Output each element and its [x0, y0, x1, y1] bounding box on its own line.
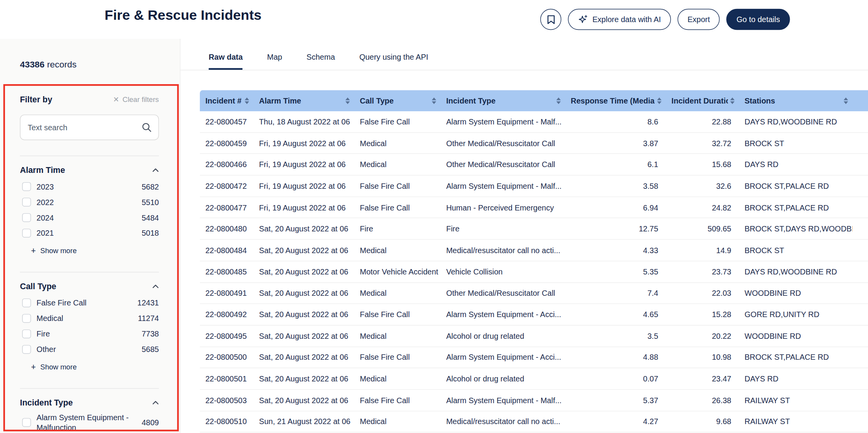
cell-overflow: [853, 176, 868, 197]
cell-stations: WOODBINE RD: [739, 326, 853, 347]
column-label: Call Type: [360, 97, 394, 105]
cell-overflow: [853, 326, 868, 347]
filter-option-2023[interactable]: 2023 5682: [20, 179, 159, 194]
cell-response-time-median: 5.37: [565, 390, 666, 411]
show-more-button[interactable]: + Show more: [31, 244, 77, 256]
tab-map[interactable]: Map: [267, 53, 282, 70]
bookmark-button[interactable]: [540, 9, 561, 30]
tab-label: Raw data: [209, 53, 243, 62]
filter-option-2022[interactable]: 2022 5510: [20, 194, 159, 210]
column-header-incident: Incident #: [200, 90, 254, 111]
app-root: Fire & Rescue Incidents Explore data wit…: [0, 0, 868, 433]
explore-ai-button[interactable]: Explore data with AI: [568, 9, 671, 30]
sort-icon[interactable]: [345, 97, 350, 104]
cell-call-type: False Fire Call: [354, 347, 441, 368]
cell-incident-duration: 24.82: [666, 197, 739, 218]
cell-incident-duration: 22.88: [666, 111, 739, 132]
table-row: 22-0800459Fri, 19 August 2022 at 06Medic…: [200, 133, 868, 154]
filter-option-count: 5510: [142, 198, 159, 207]
cell-overflow: [853, 368, 868, 389]
column-header-stations: Stations: [739, 90, 853, 111]
top-bar-actions: Explore data with AI Export Go to detail…: [540, 9, 790, 30]
clear-filters-button[interactable]: ✕ Clear filters: [113, 95, 159, 104]
filter-option-fire[interactable]: Fire 7738: [20, 326, 159, 342]
filter-section-header: Incident Type: [20, 398, 159, 407]
cell-overflow: [853, 240, 868, 261]
sort-icon[interactable]: [657, 97, 661, 104]
checkbox[interactable]: [22, 213, 31, 222]
top-bar: Fire & Rescue Incidents Explore data wit…: [0, 0, 868, 39]
cell-alarm-time: Sat, 20 August 2022 at 06: [254, 347, 354, 368]
chevron-up-icon[interactable]: [152, 400, 159, 404]
checkbox[interactable]: [22, 182, 31, 191]
cell-alarm-time: Thu, 18 August 2022 at 06: [254, 111, 354, 132]
cell-incident-duration: 15.28: [666, 304, 739, 325]
filter-section-header: Call Type: [20, 281, 159, 291]
filter-option-label: False Fire Call: [36, 297, 132, 309]
divider: [20, 388, 159, 388]
checkbox[interactable]: [22, 345, 31, 354]
checkbox[interactable]: [22, 298, 31, 307]
show-more-button[interactable]: + Show more: [31, 361, 77, 373]
filter-option-alarm-system-equipment-malfunction[interactable]: Alarm System Equipment - Malfunction 480…: [20, 411, 159, 433]
sort-icon[interactable]: [556, 97, 560, 104]
cell-incident-type: Other Medical/Resuscitator Call: [441, 133, 565, 154]
cell-incident-type: Other Medical/Resuscitator Call: [441, 154, 565, 175]
cell-incident: 22-0800492: [200, 304, 254, 325]
cell-stations: DAYS RD: [739, 154, 853, 175]
sort-icon[interactable]: [844, 97, 848, 104]
cell-alarm-time: Sat, 20 August 2022 at 06: [254, 304, 354, 325]
export-button[interactable]: Export: [677, 9, 720, 30]
go-to-details-button[interactable]: Go to details: [727, 9, 790, 30]
filter-option-count: 11274: [138, 314, 159, 323]
cell-incident: 22-0800485: [200, 261, 254, 282]
cell-stations: RAILWAY ST: [739, 411, 853, 432]
cell-incident: 22-0800477: [200, 197, 254, 218]
table-row: 22-0800491Sat, 20 August 2022 at 06Medic…: [200, 283, 868, 304]
sort-icon[interactable]: [432, 97, 436, 104]
cell-call-type: Medical: [354, 240, 441, 261]
column-header-alarm-time: Alarm Time: [254, 90, 354, 111]
tab-raw-data[interactable]: Raw data: [209, 53, 243, 70]
table-row: 22-0800495Sat, 20 August 2022 at 06Medic…: [200, 326, 868, 347]
cell-incident-type: Medical/resuscitator call no acti...: [441, 240, 565, 261]
show-more-label: Show more: [40, 246, 77, 254]
divider: [20, 155, 159, 156]
cell-overflow: [853, 347, 868, 368]
filter-option-medical[interactable]: Medical 11274: [20, 311, 159, 326]
tab-query-using-the-api[interactable]: Query using the API: [359, 53, 428, 70]
main-panel: Raw data Map Schema Query using the API …: [180, 39, 868, 433]
cell-incident: 22-0800501: [200, 368, 254, 389]
filter-option-other[interactable]: Other 5685: [20, 342, 159, 357]
search-input[interactable]: [20, 115, 159, 140]
checkbox[interactable]: [22, 329, 31, 338]
table-row: 22-0800484Sat, 20 August 2022 at 06Medic…: [200, 240, 868, 261]
cell-incident-duration: 10.98: [666, 347, 739, 368]
column-header-call-type: Call Type: [354, 90, 441, 111]
cell-stations: BROCK ST,PALACE RD: [739, 176, 853, 197]
cell-incident: 22-0800491: [200, 283, 254, 304]
cell-call-type: False Fire Call: [354, 176, 441, 197]
chevron-up-icon[interactable]: [152, 284, 159, 288]
cell-overflow: [853, 197, 868, 218]
filter-option-label: 2023: [36, 181, 136, 193]
filter-option-2021[interactable]: 2021 5018: [20, 225, 159, 241]
cell-incident: 22-0800466: [200, 154, 254, 175]
cell-incident-duration: 9.68: [666, 411, 739, 432]
checkbox[interactable]: [22, 418, 31, 427]
records-number: 43386: [20, 60, 45, 69]
sort-icon[interactable]: [730, 97, 734, 104]
checkbox[interactable]: [22, 229, 31, 238]
tab-schema[interactable]: Schema: [306, 53, 335, 70]
sort-icon[interactable]: [245, 97, 249, 104]
filter-options: Alarm System Equipment - Malfunction 480…: [20, 411, 159, 433]
page-title: Fire & Rescue Incidents: [105, 7, 261, 23]
checkbox[interactable]: [22, 198, 31, 207]
cell-alarm-time: Fri, 19 August 2022 at 06: [254, 154, 354, 175]
filter-option-2024[interactable]: 2024 5484: [20, 210, 159, 225]
cell-call-type: Fire: [354, 218, 441, 239]
chevron-up-icon[interactable]: [152, 167, 159, 172]
filter-option-false-fire-call[interactable]: False Fire Call 12431: [20, 295, 159, 311]
bookmark-icon: [547, 15, 555, 24]
checkbox[interactable]: [22, 314, 31, 323]
